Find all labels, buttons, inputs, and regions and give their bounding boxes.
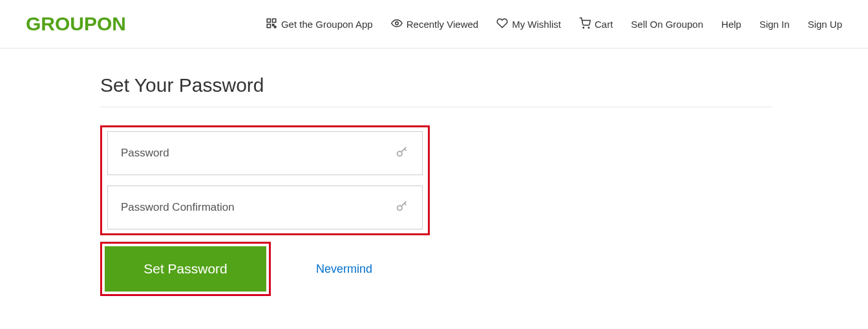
nav-cart[interactable]: Cart bbox=[579, 17, 613, 31]
svg-rect-2 bbox=[267, 24, 270, 27]
nav: Get the Groupon App Recently Viewed My W… bbox=[266, 17, 842, 31]
nav-label: Sell On Groupon bbox=[631, 19, 703, 30]
password-confirm-input[interactable] bbox=[121, 201, 395, 214]
topbar: GROUPON Get the Groupon App Recently Vie… bbox=[0, 0, 868, 48]
logo[interactable]: GROUPON bbox=[26, 13, 126, 35]
nav-label: Sign Up bbox=[808, 19, 842, 30]
inputs-highlight-box bbox=[100, 125, 430, 235]
nav-label: Recently Viewed bbox=[407, 19, 478, 30]
nav-label: My Wishlist bbox=[512, 19, 561, 30]
svg-rect-3 bbox=[272, 24, 273, 25]
button-highlight-box: Set Password bbox=[100, 242, 271, 296]
nav-help[interactable]: Help bbox=[721, 19, 741, 30]
svg-point-5 bbox=[395, 21, 398, 25]
nav-wishlist[interactable]: My Wishlist bbox=[496, 17, 561, 31]
nav-label: Sign In bbox=[759, 19, 790, 30]
nevermind-link[interactable]: Nevermind bbox=[316, 262, 372, 276]
content: Set Your Password Set Password Nevermind bbox=[100, 48, 772, 296]
nav-recently-viewed[interactable]: Recently Viewed bbox=[391, 17, 478, 31]
svg-point-6 bbox=[583, 27, 584, 28]
nav-label: Get the Groupon App bbox=[281, 19, 373, 30]
svg-rect-0 bbox=[267, 19, 270, 22]
password-confirm-row bbox=[107, 186, 423, 229]
key-icon bbox=[395, 199, 409, 216]
nav-sell[interactable]: Sell On Groupon bbox=[631, 19, 703, 30]
page-title: Set Your Password bbox=[100, 74, 772, 107]
key-icon bbox=[395, 145, 409, 162]
cart-icon bbox=[579, 17, 591, 31]
nav-label: Cart bbox=[595, 19, 613, 30]
heart-icon bbox=[496, 17, 508, 31]
svg-point-9 bbox=[397, 206, 402, 210]
password-row bbox=[107, 131, 423, 175]
svg-rect-4 bbox=[274, 26, 275, 27]
nav-sign-in[interactable]: Sign In bbox=[759, 19, 790, 30]
nav-label: Help bbox=[721, 19, 741, 30]
eye-icon bbox=[391, 17, 403, 31]
set-password-button[interactable]: Set Password bbox=[105, 246, 266, 292]
svg-point-7 bbox=[588, 27, 589, 28]
actions-row: Set Password Nevermind bbox=[100, 242, 772, 296]
qr-icon bbox=[266, 17, 277, 31]
svg-rect-1 bbox=[272, 19, 275, 22]
password-input[interactable] bbox=[121, 147, 395, 160]
svg-point-8 bbox=[397, 151, 402, 156]
nav-get-app[interactable]: Get the Groupon App bbox=[266, 17, 373, 31]
nav-sign-up[interactable]: Sign Up bbox=[808, 19, 842, 30]
